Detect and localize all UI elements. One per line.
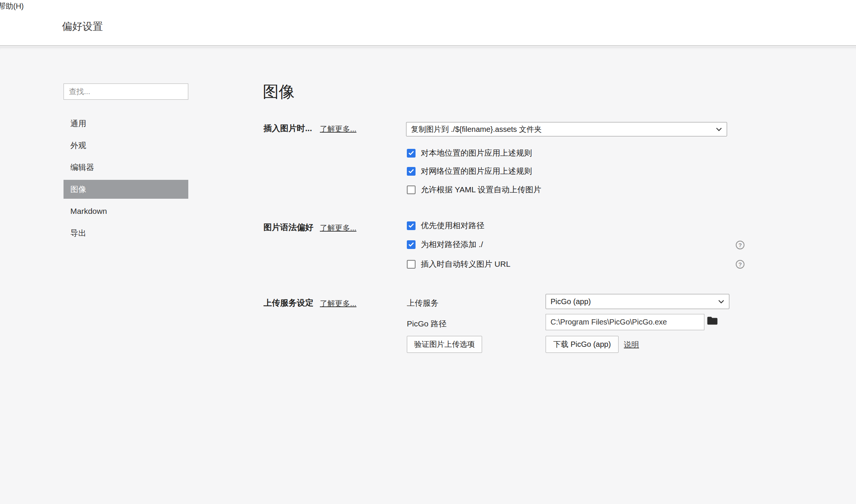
insert-section-label: 插入图片时... [264, 123, 312, 134]
content-area: 通用 外观 编辑器 图像 Markdown 导出 图像 插入图片时... 了解更… [0, 47, 856, 504]
picgo-path-input[interactable] [546, 314, 704, 330]
checkbox-label-apply-web[interactable]: 对网络位置的图片应用上述规则 [421, 166, 532, 176]
checkbox-label-apply-local[interactable]: 对本地位置的图片应用上述规则 [421, 148, 532, 158]
page-title: 偏好设置 [62, 20, 103, 33]
picgo-path-label: PicGo 路径 [407, 318, 447, 329]
syntax-learn-more-link[interactable]: 了解更多... [320, 223, 357, 233]
sidebar-item-editor[interactable]: 编辑器 [64, 158, 188, 177]
syntax-section-label: 图片语法偏好 [264, 222, 313, 233]
preferences-window: 帮助(H) 偏好设置 通用 外观 编辑器 图像 Markdown 导出 图像 插… [0, 0, 856, 504]
section-heading-image: 图像 [263, 83, 295, 100]
sidebar-item-image[interactable]: 图像 [64, 180, 188, 199]
upload-service-select[interactable]: PicGo (app) [546, 294, 729, 309]
search-input[interactable] [64, 83, 188, 100]
check-icon [408, 242, 414, 247]
download-picgo-button[interactable]: 下载 PicGo (app) [546, 336, 619, 353]
chevron-down-icon [718, 300, 724, 304]
checkbox-label-yaml-auto-upload[interactable]: 允许根据 YAML 设置自动上传图片 [421, 184, 541, 195]
check-icon [408, 169, 414, 173]
check-icon [408, 151, 414, 155]
help-icon[interactable]: ? [736, 241, 744, 249]
sidebar-item-export[interactable]: 导出 [64, 224, 188, 243]
check-icon [408, 223, 414, 228]
insert-learn-more-link[interactable]: 了解更多... [320, 124, 357, 134]
menu-item-help[interactable]: 帮助(H) [0, 1, 24, 11]
upload-section-label: 上传服务设定 [264, 297, 313, 309]
checkbox-add-dot-slash[interactable] [407, 240, 416, 249]
upload-service-label: 上传服务 [407, 298, 439, 308]
checkbox-escape-image-url[interactable] [407, 260, 416, 269]
chevron-down-icon [716, 127, 722, 131]
checkbox-label-escape-url[interactable]: 插入时自动转义图片 URL [421, 259, 510, 269]
checkbox-yaml-auto-upload[interactable] [407, 186, 416, 194]
window-header: 帮助(H) 偏好设置 [0, 0, 856, 46]
checkbox-apply-web-images[interactable] [407, 167, 416, 176]
instructions-link[interactable]: 说明 [624, 340, 639, 350]
insert-action-select[interactable]: 复制图片到 ./${filename}.assets 文件夹 [406, 122, 727, 136]
checkbox-label-add-dot-slash[interactable]: 为相对路径添加 ./ [421, 239, 483, 250]
folder-icon[interactable] [707, 316, 718, 326]
checkbox-apply-local-images[interactable] [407, 149, 416, 158]
checkbox-label-prefer-relative[interactable]: 优先使用相对路径 [421, 220, 484, 231]
checkbox-prefer-relative-path[interactable] [407, 221, 416, 230]
sidebar-item-markdown[interactable]: Markdown [64, 202, 188, 221]
upload-learn-more-link[interactable]: 了解更多... [320, 298, 357, 309]
sidebar-item-general[interactable]: 通用 [64, 114, 188, 133]
help-icon[interactable]: ? [736, 260, 744, 269]
upload-service-selected-value: PicGo (app) [551, 297, 715, 306]
validate-upload-button[interactable]: 验证图片上传选项 [407, 336, 482, 353]
insert-action-selected-value: 复制图片到 ./${filename}.assets 文件夹 [411, 124, 713, 135]
sidebar-item-appearance[interactable]: 外观 [64, 136, 188, 155]
